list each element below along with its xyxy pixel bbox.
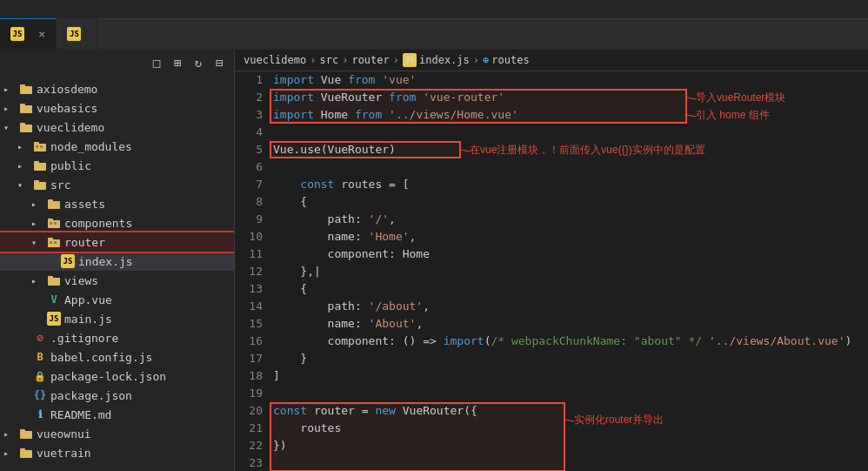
chevron-components: ▸: [31, 219, 43, 228]
code-line-14: path: '/about',: [273, 298, 868, 315]
svg-rect-19: [54, 222, 57, 225]
tab-close-icon[interactable]: ×: [38, 27, 45, 41]
bc-vueclidemo: vueclidemo: [244, 54, 306, 66]
svg-rect-1: [20, 84, 25, 87]
file-icon-index-js-tree: JS: [61, 254, 75, 268]
sidebar-item-router[interactable]: ▾router: [0, 232, 234, 252]
code-line-7: const routes = [: [273, 176, 868, 193]
bc-router: router: [351, 54, 389, 66]
main-layout: □ ⊞ ↻ ⊟ ▸axiosdemo▸vuebasics▾vueclidemo▸…: [0, 50, 868, 471]
svg-rect-17: [48, 219, 53, 221]
line-number-20: 20: [235, 402, 263, 420]
file-icon-package-lock: 🔒: [33, 369, 47, 383]
line-number-18: 18: [235, 367, 263, 385]
sidebar-item-assets[interactable]: ▸assets: [0, 194, 234, 213]
chevron-src: ▾: [17, 180, 30, 190]
svg-rect-21: [48, 238, 53, 240]
sidebar-item-readme[interactable]: ℹREADME.md: [0, 405, 234, 424]
code-line-3: import Home from '../views/Home.vue': [273, 106, 868, 124]
line-number-22: 22: [235, 437, 263, 454]
line-number-2: 2: [235, 89, 263, 106]
bc-filename: index.js: [419, 54, 470, 66]
sidebar-item-vuetrain[interactable]: ▸vuetrain: [0, 443, 234, 462]
bc-file: JS index.js: [403, 53, 470, 67]
sidebar-item-app-vue[interactable]: VApp.vue: [0, 290, 234, 309]
sidebar-item-views[interactable]: ▸views: [0, 271, 234, 290]
tree-item-label-node_modules: node_modules: [50, 140, 132, 153]
line-number-9: 9: [235, 211, 263, 228]
svg-rect-25: [48, 276, 53, 279]
tree-item-label-main-js-tree: main.js: [64, 313, 112, 326]
file-icon-vueclidemo: [19, 120, 33, 134]
code-line-13: {: [273, 280, 868, 298]
svg-rect-10: [34, 163, 46, 171]
sidebar-item-axiosdemo[interactable]: ▸axiosdemo: [0, 79, 234, 98]
code-line-17: }: [273, 350, 868, 367]
svg-rect-11: [34, 161, 39, 164]
code-line-10: name: 'Home',: [273, 228, 868, 246]
tree-item-label-gitignore: .gitignore: [50, 332, 118, 345]
line-number-5: 5: [235, 141, 263, 158]
sidebar-item-babel-config[interactable]: Bbabel.config.js: [0, 347, 234, 367]
svg-rect-6: [34, 144, 46, 151]
svg-rect-0: [20, 86, 32, 94]
file-icon-main-js-tree: JS: [47, 312, 61, 326]
new-file-icon[interactable]: □: [149, 55, 164, 71]
sidebar-item-package-json[interactable]: {}package.json: [0, 386, 234, 405]
code-content: 123456789101112131415161718192021222324 …: [235, 71, 868, 471]
collapse-icon[interactable]: ⊟: [211, 55, 227, 71]
tab-main-js[interactable]: JS: [57, 18, 97, 49]
svg-rect-28: [20, 450, 32, 458]
tree-item-label-src: src: [50, 178, 70, 192]
svg-rect-15: [48, 199, 53, 202]
new-folder-icon[interactable]: ⊞: [170, 55, 185, 71]
chevron-vuebasics: ▸: [3, 104, 16, 113]
sidebar-item-components[interactable]: ▸components: [0, 213, 234, 232]
file-icon-vuetrain: [19, 446, 33, 460]
chevron-router: ▾: [31, 238, 43, 247]
sidebar-item-vuebasics[interactable]: ▸vuebasics: [0, 98, 234, 118]
tree-item-label-vueownui: vueownui: [37, 427, 91, 441]
sidebar-item-index-js-tree[interactable]: JSindex.js: [0, 252, 234, 271]
code-lines-content: import Vue from 'vue'import VueRouter fr…: [273, 71, 868, 471]
svg-rect-18: [50, 222, 52, 225]
line-number-3: 3: [235, 106, 263, 124]
line-number-1: 1: [235, 71, 263, 89]
editor-panel: vueclidemo › src › router › JS index.js …: [235, 50, 868, 471]
sidebar-item-public[interactable]: ▸public: [0, 156, 234, 175]
sidebar-item-gitignore[interactable]: ⊘.gitignore: [0, 328, 234, 347]
tree-item-label-router: router: [64, 236, 105, 249]
bc-routes: ⊕ routes: [483, 54, 530, 66]
file-icon-vueownui: [19, 427, 33, 441]
sidebar-toolbar: □ ⊞ ↻ ⊟: [149, 55, 227, 71]
sidebar-item-vueownui[interactable]: ▸vueownui: [0, 424, 234, 443]
tree-item-label-vuetrain: vuetrain: [37, 447, 91, 460]
code-line-15: name: 'About',: [273, 315, 868, 333]
file-icon-gitignore: ⊘: [33, 331, 47, 345]
sidebar-header: □ ⊞ ↻ ⊟: [0, 50, 234, 72]
line-number-21: 21: [235, 420, 263, 437]
sidebar-item-main-js-tree[interactable]: JSmain.js: [0, 309, 234, 328]
open-editors-label: [0, 72, 234, 79]
chevron-node_modules: ▸: [17, 142, 30, 151]
sidebar-item-package-lock[interactable]: 🔒package-lock.json: [0, 367, 234, 386]
editor-area[interactable]: 123456789101112131415161718192021222324 …: [235, 71, 868, 471]
tree-item-label-readme: README.md: [50, 408, 111, 421]
file-icon-app-vue: V: [47, 293, 61, 306]
sidebar-item-node_modules[interactable]: ▸node_modules: [0, 137, 234, 156]
code-line-20: const router = new VueRouter({: [273, 402, 868, 420]
tab-index-js[interactable]: JS ×: [0, 18, 57, 49]
file-icon-package-json: {}: [33, 388, 47, 402]
sidebar-item-src[interactable]: ▾src: [0, 175, 234, 194]
file-icon-axiosdemo: [19, 82, 33, 96]
line-number-11: 11: [235, 246, 263, 263]
refresh-icon[interactable]: ↻: [190, 55, 206, 71]
code-line-5: Vue.use(VueRouter): [273, 141, 868, 158]
chevron-public: ▸: [17, 161, 30, 171]
bc-js-icon: JS: [403, 53, 417, 67]
line-numbers: 123456789101112131415161718192021222324: [235, 71, 270, 471]
sidebar-item-vueclidemo[interactable]: ▾vueclidemo: [0, 118, 234, 137]
code-lines[interactable]: 导入vueRouter模块 引入 home 组件 在vue注册模块，！前面传入v…: [270, 71, 868, 471]
code-line-16: component: () => import(/* webpackChunkN…: [273, 333, 868, 350]
line-number-4: 4: [235, 124, 263, 141]
